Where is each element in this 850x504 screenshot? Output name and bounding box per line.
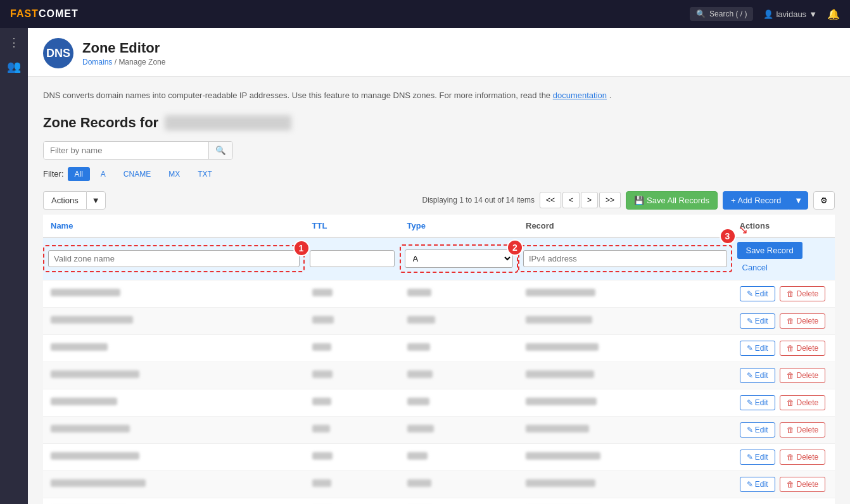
step3-badge: 3 (725, 231, 730, 241)
edit-button[interactable]: ✎ Edit (740, 477, 775, 492)
sidebar-users-icon[interactable]: 👥 (7, 60, 21, 73)
row-actions: ✎ Edit 🗑 Delete (732, 334, 835, 362)
row-record (518, 416, 732, 443)
section-title-prefix: Zone Records for (43, 115, 158, 131)
table-row: ✎ Edit 🗑 Delete (43, 443, 835, 470)
pagination-prev[interactable]: < (562, 192, 580, 208)
edit-button[interactable]: ✎ Edit (740, 341, 775, 356)
add-record-caret[interactable]: ▼ (789, 191, 808, 210)
edit-button[interactable]: ✎ Edit (740, 422, 775, 438)
edit-button[interactable]: ✎ Edit (740, 286, 775, 301)
row-actions: ✎ Edit 🗑 Delete (732, 443, 835, 470)
row-ttl (305, 470, 400, 498)
filter-tab-all[interactable]: All (68, 167, 90, 181)
new-record-name-cell: 1 (43, 237, 305, 280)
delete-button[interactable]: 🗑 Delete (780, 477, 825, 492)
edit-button[interactable]: ✎ Edit (740, 395, 775, 410)
main-content: DNS Zone Editor Domains / Manage Zone DN… (28, 28, 850, 504)
table-row: ✎ Edit 🗑 Delete (43, 362, 835, 389)
row-name (43, 470, 305, 498)
row-type (400, 280, 519, 307)
brand-logo: FASTCOMET (10, 8, 79, 20)
step1-badge: 1 (299, 243, 304, 253)
delete-button[interactable]: 🗑 Delete (780, 395, 825, 410)
new-record-type-cell: 2 A CNAME MX TXT (400, 237, 519, 280)
row-name (43, 334, 305, 362)
col-record: Record (518, 215, 732, 237)
search-bar[interactable]: 🔍 Search ( / ) (690, 7, 753, 21)
edit-button[interactable]: ✎ Edit (740, 368, 775, 383)
new-type-select[interactable]: A CNAME MX TXT (405, 249, 514, 268)
row-ttl (305, 416, 400, 443)
new-record-row: 1 14400 (43, 237, 835, 280)
edit-button[interactable]: ✎ Edit (740, 313, 775, 329)
filter-tab-txt[interactable]: TXT (191, 167, 219, 181)
row-ttl (305, 307, 400, 334)
navbar: FASTCOMET 🔍 Search ( / ) 👤 lavidaus ▼ 🔔 (0, 0, 850, 28)
delete-button[interactable]: 🗑 Delete (780, 286, 825, 301)
sidebar: ⋮ 👥 (0, 28, 28, 504)
delete-button[interactable]: 🗑 Delete (780, 450, 825, 465)
row-name (43, 389, 305, 416)
new-record-input[interactable] (523, 250, 727, 267)
row-actions: ✎ Edit 🗑 Delete (732, 307, 835, 334)
table-row: ✎ Edit 🗑 Delete (43, 389, 835, 416)
delete-button[interactable]: 🗑 Delete (780, 341, 825, 356)
row-ttl (305, 443, 400, 470)
navbar-right: 🔍 Search ( / ) 👤 lavidaus ▼ 🔔 (690, 7, 840, 21)
save-record-button[interactable]: Save Record (737, 242, 802, 259)
toolbar-right: Displaying 1 to 14 out of 14 items << < … (422, 191, 835, 210)
row-record (518, 389, 732, 416)
bell-icon[interactable]: 🔔 (827, 8, 840, 20)
new-ttl-input[interactable]: 14400 (310, 250, 395, 267)
filter-label: Filter: (43, 169, 64, 179)
pagination-next[interactable]: > (581, 192, 598, 208)
breadcrumb-domains-link[interactable]: Domains (82, 58, 112, 66)
filter-tab-a[interactable]: A (94, 167, 113, 181)
row-name (43, 280, 305, 307)
row-record (518, 498, 732, 504)
filter-input[interactable] (44, 142, 208, 159)
user-menu[interactable]: 👤 lavidaus ▼ (763, 9, 817, 19)
row-name (43, 498, 305, 504)
search-label: Search ( / ) (709, 9, 747, 18)
new-record-actions-cell: 3 ↘ Save Record Cancel (732, 237, 835, 280)
filter-tab-mx[interactable]: MX (162, 167, 187, 181)
new-name-input[interactable] (48, 250, 300, 267)
col-ttl: TTL (305, 215, 400, 237)
row-actions: ✎ Edit 🗑 Delete (732, 280, 835, 307)
filter-tab-cname[interactable]: CNAME (117, 167, 158, 181)
row-actions: ✎ Edit 🗑 Delete (732, 470, 835, 498)
delete-button[interactable]: 🗑 Delete (780, 313, 825, 329)
row-type (400, 307, 519, 334)
chevron-down-icon: ▼ (809, 9, 817, 19)
row-type (400, 389, 519, 416)
row-ttl (305, 334, 400, 362)
row-name (43, 307, 305, 334)
cancel-button[interactable]: Cancel (737, 259, 773, 276)
new-record-record-cell (518, 237, 732, 280)
delete-button[interactable]: 🗑 Delete (780, 422, 825, 438)
add-record-button[interactable]: + Add Record (723, 191, 789, 210)
page-title: Zone Editor (82, 40, 165, 56)
edit-button[interactable]: ✎ Edit (740, 450, 775, 465)
filter-search-button[interactable]: 🔍 (208, 142, 232, 159)
page-icon: DNS (43, 38, 73, 68)
actions-caret[interactable]: ▼ (86, 191, 106, 210)
breadcrumb-current: Manage Zone (118, 58, 165, 66)
gear-button[interactable]: ⚙ (813, 191, 835, 210)
row-ttl (305, 498, 400, 504)
sidebar-grid-icon[interactable]: ⋮ (8, 35, 20, 49)
row-type (400, 362, 519, 389)
table-header: Name TTL Type Record Actions (43, 215, 835, 237)
user-icon: 👤 (763, 9, 773, 19)
description-after-link: . (609, 91, 612, 100)
delete-button[interactable]: 🗑 Delete (780, 368, 825, 383)
pagination: << < > >> (540, 192, 621, 208)
pagination-first[interactable]: << (540, 192, 561, 208)
row-record (518, 334, 732, 362)
actions-button[interactable]: Actions (43, 191, 86, 210)
pagination-last[interactable]: >> (599, 192, 621, 208)
documentation-link[interactable]: documentation (553, 91, 607, 100)
save-all-button[interactable]: 💾 Save All Records (626, 191, 718, 210)
